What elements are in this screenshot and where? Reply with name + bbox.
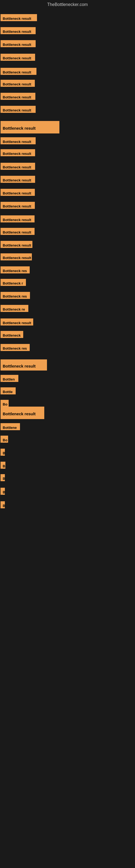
bottleneck-bar-20: Bottleneck r <box>1 279 26 286</box>
bottleneck-bar-4: Bottleneck result <box>1 68 37 75</box>
bar-row-10: Bottleneck result <box>1 149 35 157</box>
bottleneck-bar-7: Bottleneck result <box>1 106 36 113</box>
bar-row-5: Bottleneck result <box>1 80 35 88</box>
bar-row-6: Bottleneck result <box>1 93 35 101</box>
bar-row-26: Bottleneck result <box>1 360 47 372</box>
bar-row-37: B <box>1 501 5 509</box>
bar-row-20: Bottleneck r <box>1 279 26 287</box>
bar-row-33: B <box>1 448 5 457</box>
bottleneck-bar-33: B <box>1 448 5 456</box>
bar-row-35: B <box>1 474 5 482</box>
bar-row-2: Bottleneck result <box>1 40 36 48</box>
bar-row-15: Bottleneck result <box>1 215 35 223</box>
bar-row-23: Bottleneck result <box>1 318 33 327</box>
bottleneck-bar-12: Bottleneck result <box>1 176 35 183</box>
bar-row-8: Bottleneck result <box>1 121 59 134</box>
bottleneck-bar-9: Bottleneck result <box>1 137 36 144</box>
bottleneck-bar-13: Bottleneck result <box>1 189 35 196</box>
bottleneck-bar-6: Bottleneck result <box>1 93 35 100</box>
bar-row-19: Bottleneck res <box>1 267 30 275</box>
bar-row-9: Bottleneck result <box>1 137 36 145</box>
bottleneck-bar-24: Bottleneck <box>1 331 23 338</box>
bottleneck-bar-16: Bottleneck result <box>1 228 35 235</box>
bottleneck-bar-10: Bottleneck result <box>1 149 35 156</box>
bottleneck-bar-23: Bottleneck result <box>1 318 33 326</box>
bar-row-13: Bottleneck result <box>1 189 35 197</box>
bar-row-3: Bottleneck result <box>1 54 35 62</box>
bottleneck-bar-3: Bottleneck result <box>1 54 35 61</box>
bar-row-1: Bottleneck result <box>1 27 36 35</box>
bar-row-28: Bottle <box>1 388 16 396</box>
bottleneck-bar-35: B <box>1 474 5 481</box>
bottleneck-bar-31: Bottlene <box>1 423 20 430</box>
bar-row-24: Bottleneck <box>1 331 23 339</box>
bar-row-27: Bottlen <box>1 375 18 383</box>
site-title: TheBottlenecker.com <box>0 0 135 8</box>
bar-row-17: Bottleneck result <box>1 241 32 249</box>
bottleneck-bar-19: Bottleneck res <box>1 267 30 273</box>
bar-row-14: Bottleneck result <box>1 202 35 210</box>
bar-row-16: Bottleneck result <box>1 228 35 236</box>
bar-row-36: B <box>1 488 5 496</box>
bar-row-32: Bo <box>1 436 8 444</box>
bar-row-18: Bottleneck result <box>1 253 32 261</box>
bottleneck-bar-30: Bottleneck result <box>1 407 44 419</box>
bottleneck-bar-18: Bottleneck result <box>1 253 32 260</box>
bottleneck-bar-25: Bottleneck res <box>1 344 30 351</box>
bar-row-21: Bottleneck res <box>1 292 30 300</box>
bottleneck-bar-15: Bottleneck result <box>1 215 35 222</box>
bar-row-11: Bottleneck result <box>1 163 35 171</box>
bar-row-0: Bottleneck result <box>1 14 37 22</box>
bar-row-25: Bottleneck res <box>1 344 30 352</box>
bottleneck-bar-1: Bottleneck result <box>1 27 36 34</box>
bottleneck-bar-34: B <box>1 462 5 469</box>
bottleneck-bar-5: Bottleneck result <box>1 80 35 87</box>
bar-row-12: Bottleneck result <box>1 176 35 184</box>
bottleneck-bar-11: Bottleneck result <box>1 163 35 170</box>
bottleneck-bar-32: Bo <box>1 436 8 443</box>
bottleneck-bar-17: Bottleneck result <box>1 241 32 248</box>
bar-row-7: Bottleneck result <box>1 106 36 114</box>
bottleneck-bar-8: Bottleneck result <box>1 121 59 133</box>
bar-row-4: Bottleneck result <box>1 68 37 76</box>
bottleneck-bar-37: B <box>1 501 5 508</box>
bottleneck-bar-22: Bottleneck re <box>1 305 28 312</box>
bottleneck-bar-27: Bottlen <box>1 375 18 382</box>
bottleneck-bar-26: Bottleneck result <box>1 360 47 371</box>
bar-row-31: Bottlene <box>1 423 20 431</box>
bottleneck-bar-29: Bo <box>1 400 9 407</box>
bottleneck-bar-0: Bottleneck result <box>1 14 37 21</box>
bar-row-22: Bottleneck re <box>1 305 28 313</box>
bottleneck-bar-21: Bottleneck res <box>1 292 30 299</box>
bottleneck-bar-14: Bottleneck result <box>1 202 35 209</box>
bottleneck-bar-36: B <box>1 488 5 495</box>
bottleneck-bar-28: Bottle <box>1 388 16 394</box>
bottleneck-bar-2: Bottleneck result <box>1 40 36 47</box>
bar-row-30: Bottleneck result <box>1 407 44 420</box>
bar-row-34: B <box>1 462 5 470</box>
